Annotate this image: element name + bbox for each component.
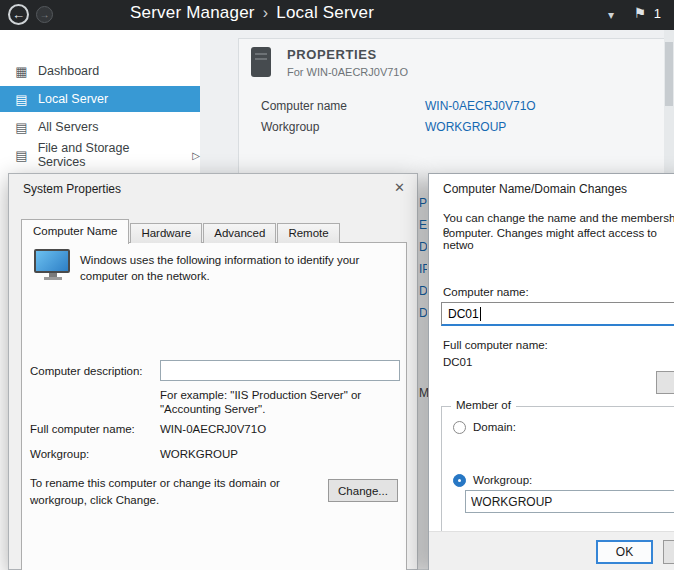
notification-flag-icon[interactable]: ⚑ xyxy=(633,5,646,21)
forward-icon[interactable]: → xyxy=(36,6,53,23)
rename-hint-text: To rename this computer or change its do… xyxy=(30,475,318,510)
computer-description-input[interactable] xyxy=(160,360,400,381)
server-manager-window: ← → Server Manager › Local Server ▾ ⚑ 1 … xyxy=(0,0,674,570)
workgroup-radio[interactable] xyxy=(453,474,466,487)
properties-heading: PROPERTIES xyxy=(287,47,377,62)
clipped-value: Di xyxy=(419,306,427,320)
clipped-text: M xyxy=(419,386,428,400)
server-icon: ▤ xyxy=(14,120,29,135)
clipped-value: En xyxy=(419,218,427,232)
system-properties-dialog: System Properties ✕ Computer Name Hardwa… xyxy=(8,173,418,570)
properties-subheading: For WIN-0AECRJ0V71O xyxy=(287,66,408,78)
vertical-scrollbar[interactable] xyxy=(664,30,674,173)
notification-count: 1 xyxy=(654,6,661,21)
full-computer-name-label: Full computer name: xyxy=(30,423,135,435)
intro-text: Windows uses the following information t… xyxy=(80,253,402,284)
sidebar-item-file-storage-services[interactable]: ▤ File and Storage Services ▷ xyxy=(0,142,200,168)
back-icon[interactable]: ← xyxy=(8,4,29,25)
computer-description-label: Computer description: xyxy=(30,365,143,377)
computer-name-domain-changes-dialog: Computer Name/Domain Changes You can cha… xyxy=(428,173,674,570)
sidebar-item-label: Local Server xyxy=(38,92,108,106)
text-caret xyxy=(480,307,481,321)
tab-strip: Computer Name Hardware Advanced Remote xyxy=(21,218,341,243)
workgroup-label: Workgroup: xyxy=(30,448,89,460)
intro-text-line2: computer. Changes might affect access to… xyxy=(443,227,674,251)
computer-name-link[interactable]: WIN-0AECRJ0V71O xyxy=(425,99,536,113)
dialog-title: System Properties xyxy=(23,182,121,196)
full-computer-name-label: Full computer name: xyxy=(443,339,548,351)
workgroup-value: WORKGROUP xyxy=(160,448,238,460)
full-computer-name-value: DC01 xyxy=(443,356,472,368)
computer-name-input[interactable]: DC01 xyxy=(441,302,674,326)
workgroup-label: Workgroup xyxy=(261,120,319,134)
tab-hardware[interactable]: Hardware xyxy=(130,223,202,243)
ok-button[interactable]: OK xyxy=(596,540,653,564)
domain-radio-label: Domain: xyxy=(473,421,516,433)
dialog-title: Computer Name/Domain Changes xyxy=(443,182,627,196)
sidebar-item-dashboard[interactable]: ▦ Dashboard xyxy=(0,58,200,84)
server-icon: ▤ xyxy=(14,148,29,163)
monitor-icon xyxy=(34,249,72,280)
server-icon: ▤ xyxy=(14,92,29,107)
tab-remote[interactable]: Remote xyxy=(277,223,339,243)
breadcrumb-separator: › xyxy=(263,4,269,22)
clipped-value: Di xyxy=(419,284,427,298)
breadcrumb-app[interactable]: Server Manager xyxy=(130,3,255,23)
workgroup-radio-label: Workgroup: xyxy=(473,474,532,486)
dashboard-icon: ▦ xyxy=(14,64,29,79)
computer-name-tab-panel: Windows uses the following information t… xyxy=(21,242,407,570)
sidebar-item-all-servers[interactable]: ▤ All Servers xyxy=(0,114,200,140)
member-of-label: Member of xyxy=(451,399,516,411)
scrollbar-thumb[interactable] xyxy=(665,42,673,106)
clipped-value: IP xyxy=(419,262,427,276)
computer-name-input-value: DC01 xyxy=(448,307,479,321)
workgroup-link[interactable]: WORKGROUP xyxy=(425,120,506,134)
properties-icon xyxy=(251,47,271,77)
tab-computer-name[interactable]: Computer Name xyxy=(21,219,129,244)
sidebar-item-label: Dashboard xyxy=(38,64,99,78)
sidebar-item-local-server[interactable]: ▤ Local Server xyxy=(0,86,200,112)
title-bar: ← → Server Manager › Local Server ▾ ⚑ 1 xyxy=(0,0,674,30)
example-text-line1: For example: "IIS Production Server" or xyxy=(160,389,361,401)
chevron-right-icon[interactable]: ▷ xyxy=(192,150,200,161)
computer-name-label: Computer name xyxy=(261,99,347,113)
cancel-button-partial[interactable] xyxy=(663,540,674,564)
sidebar-item-label: File and Storage Services xyxy=(38,141,178,169)
sidebar-item-label: All Servers xyxy=(38,120,98,134)
more-button-partial[interactable] xyxy=(656,371,674,394)
domain-radio[interactable] xyxy=(453,421,466,434)
clipped-value: Pu xyxy=(419,196,427,210)
full-computer-name-value: WIN-0AECRJ0V71O xyxy=(160,423,266,435)
close-icon[interactable]: ✕ xyxy=(394,180,405,195)
tab-advanced[interactable]: Advanced xyxy=(203,223,276,243)
chevron-down-icon[interactable]: ▾ xyxy=(608,8,614,22)
workgroup-input[interactable] xyxy=(465,490,674,513)
breadcrumb-page[interactable]: Local Server xyxy=(276,3,374,23)
change-button[interactable]: Change... xyxy=(328,479,398,502)
example-text-line2: "Accounting Server". xyxy=(160,403,265,415)
computer-name-label: Computer name: xyxy=(443,286,529,298)
clipped-value: Di xyxy=(419,240,427,254)
breadcrumb: Server Manager › Local Server xyxy=(130,3,374,23)
